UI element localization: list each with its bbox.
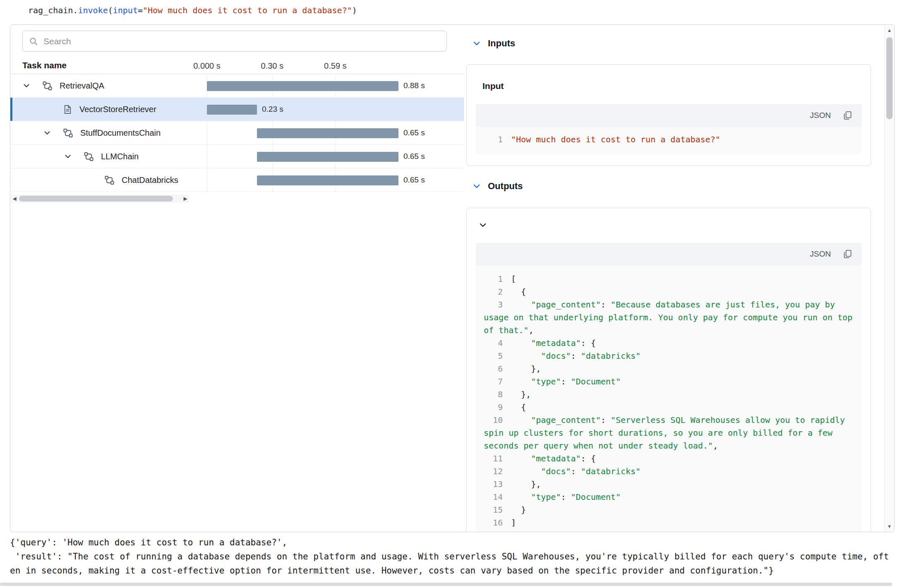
scroll-right-arrow-icon[interactable]: ▶ (182, 194, 189, 203)
timeline-header: Task name 0.000 s0.30 s0.59 s (10, 58, 464, 74)
code-token: : { (581, 454, 596, 463)
task-row[interactable]: StuffDocumentsChain0.65 s (10, 121, 464, 145)
code-token (511, 300, 531, 310)
horizontal-scrollbar-thumb[interactable] (19, 196, 173, 202)
duration-bar[interactable] (207, 81, 398, 91)
task-row[interactable]: LLMChain0.65 s (10, 145, 464, 168)
task-row[interactable]: ChatDatabricks0.65 s (10, 168, 464, 192)
json-format-badge: JSON (810, 250, 831, 259)
code-line: 6 }, (484, 362, 853, 375)
code-token: "databricks" (581, 351, 641, 361)
code-line: 10 "page_content": "Serverless SQL Wareh… (484, 414, 853, 452)
line-number: 11 (484, 452, 503, 465)
line-number: 8 (484, 388, 503, 401)
chevron-down-icon[interactable] (39, 129, 55, 137)
code-line: 1"How much does it cost to run a databas… (484, 133, 853, 146)
code-line: 5 "docs": "databricks" (484, 350, 853, 362)
code-line: 14 "type": "Document" (484, 491, 853, 504)
code-block-toolbar: JSON (476, 243, 862, 265)
inputs-section-label: Inputs (488, 38, 515, 49)
task-row[interactable]: RetrievalQA0.88 s (10, 74, 464, 98)
bottom-scrollbar-thumb[interactable] (0, 583, 892, 586)
code-token: "type" (531, 377, 561, 386)
trace-viewer: Task name 0.000 s0.30 s0.59 s RetrievalQ… (10, 24, 895, 532)
scroll-left-arrow-icon[interactable]: ◀ (11, 194, 18, 203)
code-line: 3 "page_content": "Because databases are… (484, 298, 853, 337)
line-number: 12 (484, 465, 503, 478)
code-token: : (601, 300, 611, 310)
code-token: [ (511, 274, 516, 284)
code-line: 12 "docs": "databricks" (484, 465, 853, 478)
task-name-cell: StuffDocumentsChain (10, 121, 196, 144)
output-json-content: 1[2 {3 "page_content": "Because database… (476, 265, 862, 532)
code-line: 2 { (484, 286, 853, 298)
input-card: Input JSON 1"How much does it cost to ru… (466, 64, 871, 166)
duration-label: 0.65 s (403, 152, 425, 161)
search-icon (29, 36, 38, 46)
code-token: rag_chain. (28, 5, 78, 15)
code-token: : { (581, 338, 596, 348)
code-line: 9 { (484, 401, 853, 414)
task-row[interactable]: VectorStoreRetriever0.23 s (10, 98, 464, 121)
task-name: RetrievalQA (60, 81, 104, 91)
duration-label: 0.65 s (403, 175, 425, 185)
timeline-tick-label: 0.000 s (193, 61, 221, 71)
code-token (511, 351, 541, 361)
horizontal-scrollbar[interactable]: ◀ ▶ (11, 194, 189, 203)
code-token: ) (352, 5, 357, 15)
line-number: 6 (484, 362, 503, 375)
vertical-scrollbar[interactable]: ▲ ▼ (884, 25, 894, 532)
chevron-down-icon[interactable] (19, 82, 34, 90)
vertical-scrollbar-thumb[interactable] (886, 37, 893, 119)
code-token: : (561, 492, 571, 502)
chevron-down-icon[interactable] (60, 152, 76, 161)
code-line: 7 "type": "Document" (484, 375, 853, 388)
duration-bar[interactable] (257, 128, 398, 138)
line-number: 7 (484, 375, 503, 388)
code-token: "How much does it cost to run a database… (511, 134, 720, 144)
copy-button[interactable] (842, 110, 852, 120)
outputs-section-header[interactable]: Outputs (472, 181, 523, 192)
chevron-down-icon[interactable] (478, 221, 487, 230)
timeline-tick-label: 0.30 s (261, 61, 283, 71)
timeline-panel: Task name 0.000 s0.30 s0.59 s RetrievalQ… (10, 25, 465, 532)
line-number: 1 (484, 273, 503, 286)
inputs-section-header[interactable]: Inputs (472, 38, 515, 49)
details-panel: Inputs Input JSON 1"How much does it cos… (466, 25, 885, 532)
chevron-down-icon[interactable] (472, 182, 481, 191)
invocation-code-line: rag_chain.invoke(input="How much does it… (28, 4, 357, 17)
code-token: "databricks" (581, 466, 641, 476)
scroll-down-arrow-icon[interactable]: ▼ (885, 524, 894, 529)
code-token (511, 415, 531, 425)
code-token: { (511, 402, 526, 412)
scroll-up-arrow-icon[interactable]: ▲ (885, 28, 894, 33)
duration-bar[interactable] (257, 152, 398, 162)
duration-bar[interactable] (257, 175, 398, 185)
chevron-down-icon[interactable] (472, 39, 481, 48)
search-box[interactable] (22, 31, 447, 52)
code-token (511, 466, 541, 476)
code-token: : (601, 415, 611, 425)
duration-label: 0.88 s (403, 81, 425, 90)
code-token: invoke (78, 5, 108, 15)
document-icon (62, 104, 73, 115)
line-number: 14 (484, 491, 503, 504)
task-name-cell: LLMChain (10, 145, 196, 168)
chain-icon (42, 80, 53, 91)
code-line: 16] (484, 516, 853, 529)
output-code-block: JSON 1[2 {3 "page_content": "Because dat… (476, 243, 862, 532)
code-token: "Document" (571, 377, 621, 386)
code-line: 13 }, (484, 478, 853, 491)
code-token: : (561, 377, 571, 386)
line-number: 3 (484, 298, 503, 311)
code-token (511, 492, 531, 502)
duration-bar[interactable] (207, 105, 257, 115)
search-input[interactable] (43, 36, 441, 46)
line-number: 1 (484, 133, 503, 146)
task-name-cell: ChatDatabricks (10, 168, 196, 192)
result-output-text: {'query': 'How much does it cost to run … (10, 535, 893, 578)
code-block-toolbar: JSON (476, 104, 862, 127)
outputs-section-label: Outputs (488, 181, 523, 192)
code-token: ] (511, 518, 516, 528)
copy-button[interactable] (842, 249, 852, 259)
